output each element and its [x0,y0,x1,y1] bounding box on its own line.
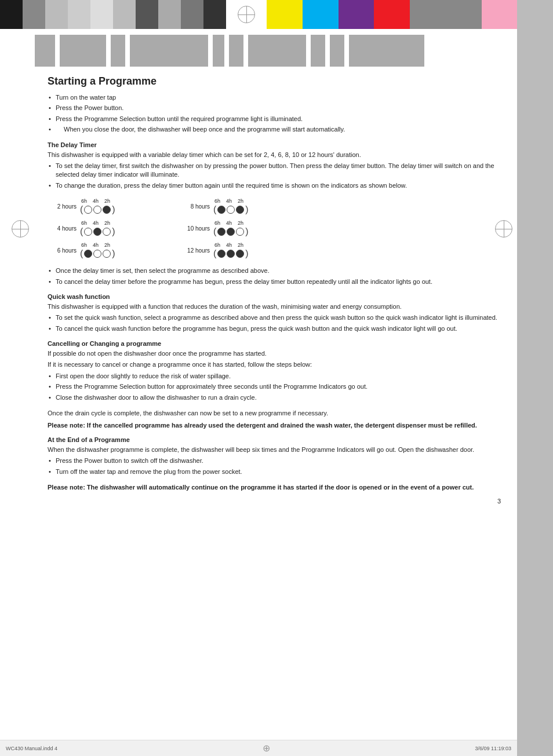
top-decorative-blocks [35,35,518,67]
end-programme-title: At the End of a Programme [48,436,501,443]
timer-label-8h: 8 hours [181,203,210,210]
intro-bullet-4: When you close the door, the dishwasher … [48,125,501,134]
footer-bar: WC430 Manual.indd 4 ⊕ 3/6/09 11:19:03 [0,740,517,756]
timer-row-12h: 12 hours 6h 4h 2h ( ) [181,242,291,258]
delay-after-bullets: Once the delay timer is set, then select… [48,266,501,286]
timer-row-10h: 10 hours 6h 4h 2h ( ) [181,220,291,236]
delay-timer-intro: This dishwasher is equipped with a varia… [48,151,501,159]
cancelling-bullet-2: Press the Programme Selection button for… [48,382,501,391]
delay-timer-title: The Delay Timer [48,141,501,148]
intro-bullet-3: Press the Programme Selection button unt… [48,115,501,123]
end-bullet-2: Turn off the water tap and remove the pl… [48,468,501,476]
cancelling-title: Cancelling or Changing a programme [48,340,501,347]
page-number: 3 [48,498,501,505]
registration-mark-top-center [226,0,267,29]
registration-mark-left-mid [12,220,29,238]
cancelling-note: Please note: If the cancelled programme … [48,421,501,430]
color-bar-right [267,0,553,29]
quick-wash-title: Quick wash function [48,293,501,300]
intro-bullet-2: Press the Power button. [48,104,501,112]
timer-label-6h: 6 hours [48,247,77,254]
footer-right: 3/6/09 11:19:03 [475,746,511,751]
right-gray-bar [517,0,553,756]
quick-wash-intro: This dishwasher is equipped with a funct… [48,302,501,311]
intro-bullets: Turn on the water tap Press the Power bu… [48,93,501,134]
intro-bullet-1: Turn on the water tap [48,93,501,102]
timer-label-10h: 10 hours [181,225,210,232]
end-bullet-1: Press the Power button to switch off the… [48,456,501,465]
end-programme-intro: When the dishwasher programme is complet… [48,445,501,454]
quick-wash-bullet-2: To cancel the quick wash function before… [48,324,501,333]
quick-wash-bullets: To set the quick wash function, select a… [48,313,501,333]
main-content: Starting a Programme Turn on the water t… [36,75,512,739]
delay-timer-bullets: To set the delay timer, first switch the… [48,162,501,190]
cancelling-intro: If possible do not open the dishwasher d… [48,349,501,358]
color-bar-left [0,0,226,29]
timer-row-6h: 6 hours 6h 4h 2h ( ) [48,242,158,258]
delay-after-bullet-1: Once the delay timer is set, then select… [48,266,501,275]
cancelling-para2: If it is necessary to cancel or change a… [48,360,501,369]
top-color-bar [0,0,553,29]
timer-label-12h: 12 hours [181,247,210,254]
crosshair-symbol: ⊕ [263,743,270,754]
delay-bullet-1: To set the delay timer, first switch the… [48,162,501,180]
end-programme-bullets: Press the Power button to switch off the… [48,456,501,476]
footer-left: WC430 Manual.indd 4 [6,746,57,751]
cancelling-para3: Once the drain cycle is complete, the di… [48,409,501,418]
cancelling-bullets: First open the door slightly to reduce t… [48,372,501,402]
page-title: Starting a Programme [48,75,501,87]
delay-bullet-2: To change the duration, press the delay … [48,181,501,190]
timer-row-8h: 8 hours 6h 4h 2h ( ) [181,198,291,214]
timer-label-2h: 2 hours [48,203,77,210]
delay-after-bullet-2: To cancel the delay timer before the pro… [48,277,501,286]
timer-row-4h: 4 hours 6h 4h 2h ( ) [48,220,158,236]
timer-row-2h: 2 hours 6h 4h 2h ( ) [48,198,158,214]
cancelling-bullet-3: Close the dishwasher door to allow the d… [48,393,501,402]
timer-label-4h: 4 hours [48,225,77,232]
quick-wash-bullet-1: To set the quick wash function, select a… [48,313,501,322]
end-programme-note: Please note: The dishwasher will automat… [48,483,501,492]
cancelling-bullet-1: First open the door slightly to reduce t… [48,372,501,381]
timer-diagram: 2 hours 6h 4h 2h ( ) 8 hours [48,198,291,258]
